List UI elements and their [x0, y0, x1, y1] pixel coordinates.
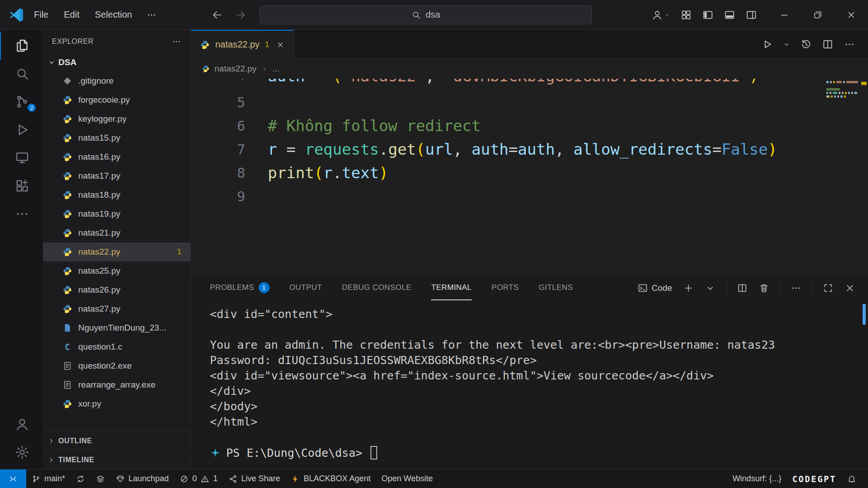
- live-share[interactable]: Live Share: [223, 469, 285, 488]
- menu-edit[interactable]: Edit: [56, 0, 87, 29]
- activity-accounts[interactable]: [0, 410, 43, 438]
- file-item-question1-c[interactable]: Cquestion1.c: [43, 337, 190, 356]
- run-python-file-button[interactable]: [761, 38, 773, 50]
- terminal-scrollbar[interactable]: [863, 304, 866, 325]
- activity-more-views[interactable]: [0, 200, 43, 228]
- windsurf-status[interactable]: Windsurf: {...}: [727, 469, 787, 488]
- panel-tab-output[interactable]: OUTPUT: [289, 276, 322, 300]
- section-outline[interactable]: OUTLINE: [43, 431, 190, 450]
- panel-tab-gitlens[interactable]: GITLENS: [539, 276, 573, 300]
- terminal-line: </body>: [210, 399, 841, 414]
- close-panel-button[interactable]: [844, 283, 855, 294]
- kill-terminal-button[interactable]: [759, 283, 769, 294]
- file-item-natas25-py[interactable]: natas25.py: [43, 261, 190, 280]
- activity-run-debug[interactable]: [0, 116, 43, 144]
- panel-tab-problems[interactable]: PROBLEMS1: [210, 276, 270, 300]
- launchpad[interactable]: Launchpad: [110, 469, 174, 488]
- problems-status[interactable]: 01: [174, 469, 223, 488]
- split-terminal-button[interactable]: [726, 283, 748, 294]
- file-item-natas17-py[interactable]: natas17.py: [43, 166, 190, 185]
- run-options-button[interactable]: [783, 41, 790, 48]
- code-line: 8print(r.text): [191, 161, 868, 185]
- explorer-sidebar: EXPLORER DSA .gitignoreforgecooie.pykeyl…: [43, 30, 191, 469]
- file-item-xor-py[interactable]: xor.py: [43, 394, 190, 413]
- activity-remote-explorer[interactable]: [0, 144, 43, 172]
- open-website[interactable]: Open Website: [376, 469, 438, 488]
- code-editor[interactable]: 4auth = ('natas22', 'dGVMbICKbIgGUIGanDY…: [191, 79, 868, 275]
- panel-tab-ports[interactable]: PORTS: [492, 276, 519, 300]
- file-item-natas21-py[interactable]: natas21.py: [43, 223, 190, 242]
- activity-settings[interactable]: [0, 438, 43, 466]
- editor-more-button[interactable]: [844, 38, 855, 50]
- git-branch[interactable]: main*: [26, 469, 71, 488]
- menu-selection[interactable]: Selection: [87, 0, 140, 29]
- maximize-panel-button[interactable]: [812, 283, 834, 294]
- panel-tab-label: TERMINAL: [431, 283, 471, 292]
- account-icon[interactable]: [646, 5, 675, 25]
- go-forward-button[interactable]: [231, 5, 251, 25]
- file-item-natas26-py[interactable]: natas26.py: [43, 280, 190, 299]
- problems-badge: 1: [259, 282, 270, 293]
- activity-source-control[interactable]: 2: [0, 88, 43, 116]
- terminal-line: <div id="viewsource"><a href="index-sour…: [210, 368, 841, 384]
- breadcrumb-more[interactable]: ...: [272, 64, 280, 74]
- layout-right-icon[interactable]: [740, 5, 762, 25]
- section-timeline[interactable]: TIMELINE: [43, 450, 190, 469]
- file-item-forgecooie-py[interactable]: forgecooie.py: [43, 90, 190, 109]
- activity-extensions[interactable]: [0, 172, 43, 200]
- layout-left-icon[interactable]: [697, 5, 719, 25]
- notifications[interactable]: [842, 469, 862, 488]
- close-tab-icon[interactable]: [276, 41, 285, 49]
- go-back-button[interactable]: [207, 5, 227, 25]
- file-item-natas22-py[interactable]: natas22.py1: [43, 242, 190, 261]
- new-terminal-button[interactable]: [683, 283, 694, 294]
- file-name: natas22.py: [78, 247, 172, 257]
- activity-search[interactable]: [0, 60, 43, 88]
- file-item-nguyentiendung-23-[interactable]: NguyenTienDung_23...: [43, 318, 190, 337]
- line-number: 8: [191, 165, 245, 181]
- close-button[interactable]: [835, 0, 868, 30]
- restore-button[interactable]: [801, 0, 835, 30]
- sync-changes[interactable]: [71, 469, 90, 488]
- layout-grid-icon[interactable]: [675, 5, 697, 25]
- search-box[interactable]: dsa: [260, 5, 592, 24]
- file-item-natas15-py[interactable]: natas15.py: [43, 128, 190, 147]
- terminal-shell-button[interactable]: Code: [637, 283, 672, 294]
- terminal-name-label: Code: [652, 283, 672, 293]
- minimize-button[interactable]: [768, 0, 801, 30]
- folder-dsa[interactable]: DSA: [43, 53, 190, 71]
- file-item-keylogger-py[interactable]: keylogger.py: [43, 109, 190, 128]
- layout-bottom-icon[interactable]: [719, 5, 740, 25]
- menu-more-icon[interactable]: [140, 9, 163, 20]
- terminal[interactable]: <div id="content">You are an admin. The …: [191, 300, 868, 469]
- file-item-rearrange-array-exe[interactable]: rearrange_array.exe: [43, 375, 190, 394]
- remote-indicator[interactable]: [0, 469, 26, 488]
- git-file-icon: [62, 76, 73, 86]
- terminal-profiles-button[interactable]: [705, 283, 716, 294]
- open-timeline-button[interactable]: [800, 38, 812, 50]
- panel-tab-terminal[interactable]: TERMINAL: [431, 276, 471, 300]
- python-file-icon: [62, 171, 73, 181]
- file-item-question2-exe[interactable]: question2.exe: [43, 356, 190, 375]
- file-item-natas27-py[interactable]: natas27.py: [43, 299, 190, 318]
- line-number: 6: [191, 118, 245, 134]
- breadcrumb-file[interactable]: natas22.py: [214, 64, 256, 74]
- file-item-natas18-py[interactable]: natas18.py: [43, 185, 190, 204]
- menu-bar: FileEditSelection: [26, 0, 140, 29]
- sidebar-sections: OUTLINETIMELINE: [43, 431, 190, 469]
- activity-explorer[interactable]: [0, 32, 43, 60]
- explorer-more-icon[interactable]: [171, 37, 181, 47]
- panel-tab-debug-console[interactable]: DEBUG CONSOLE: [342, 276, 412, 300]
- file-item-natas16-py[interactable]: natas16.py: [43, 147, 190, 166]
- layers-status[interactable]: [90, 469, 110, 488]
- split-editor-button[interactable]: [822, 38, 834, 50]
- file-item-natas19-py[interactable]: natas19.py: [43, 204, 190, 223]
- menu-file[interactable]: File: [26, 0, 56, 29]
- sidebar-title: EXPLORER: [52, 38, 171, 46]
- file-item--gitignore[interactable]: .gitignore: [43, 71, 190, 90]
- tab-natas22[interactable]: natas22.py 1: [191, 30, 294, 58]
- codegpt[interactable]: CODEGPT: [787, 469, 842, 488]
- minimap[interactable]: [826, 81, 858, 103]
- panel-more-button[interactable]: [780, 283, 802, 294]
- blackbox-agent[interactable]: BLACKBOX Agent: [285, 469, 376, 488]
